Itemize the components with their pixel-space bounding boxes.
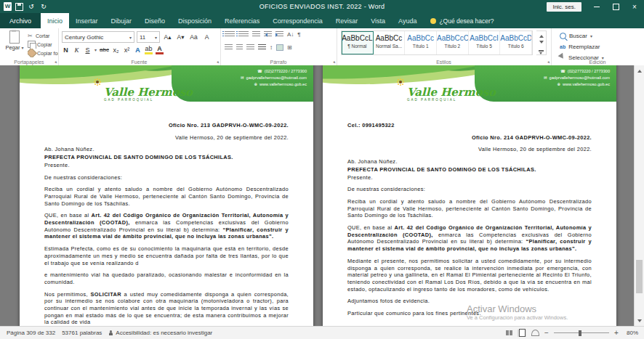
document-paragraph[interactable]: Cel.: 0991495322 bbox=[347, 122, 592, 129]
font-size-select[interactable]: 11 ▾ bbox=[137, 31, 160, 43]
gallery-down-button[interactable] bbox=[536, 39, 546, 47]
bullets-button[interactable] bbox=[225, 31, 235, 38]
document-paragraph[interactable]: Particular que comunico para los fines p… bbox=[347, 310, 592, 317]
sort-button[interactable]: A↓ bbox=[287, 31, 294, 38]
tab-dibujar[interactable]: Dibujar bbox=[105, 13, 139, 28]
tab-disposicion[interactable]: Disposición bbox=[172, 13, 218, 28]
tab-correspondencia[interactable]: Correspondencia bbox=[266, 13, 329, 28]
pilcrow-button[interactable]: ¶ bbox=[297, 31, 300, 38]
font-family-select[interactable]: Century Gothic ▾ bbox=[62, 31, 134, 43]
accessibility-status[interactable]: Accesibilidad: es necesario investigar bbox=[108, 330, 212, 336]
web-layout-button[interactable] bbox=[531, 330, 539, 337]
tab-vista[interactable]: Vista bbox=[364, 13, 392, 28]
subscript-button[interactable]: x₂ bbox=[112, 46, 120, 54]
document-paragraph[interactable]: Mediante el presente, nos permitimos sol… bbox=[347, 258, 592, 293]
cut-button[interactable]: ✂ Cortar bbox=[28, 31, 58, 40]
tab-referencias[interactable]: Referencias bbox=[218, 13, 266, 28]
align-center-button[interactable] bbox=[236, 44, 243, 51]
zoom-level[interactable]: 80% bbox=[624, 330, 638, 336]
document-paragraph[interactable]: Oficio Nro. 213 GADPRVH-O-WMC-09-2022. bbox=[44, 122, 289, 129]
document-paragraph[interactable]: PREFECTA PROVINCIAL DE SANTO DOMINGO DE … bbox=[44, 154, 289, 161]
document-paragraph[interactable]: e mantenimiento vial ha quedado paraliza… bbox=[44, 271, 289, 285]
style-titulo-5[interactable]: AaBbCcI Título 5 bbox=[469, 31, 501, 54]
paste-button[interactable]: Pegar ▾ bbox=[3, 30, 26, 58]
underline-button[interactable]: S bbox=[84, 46, 92, 54]
document-paragraph[interactable]: QUE, en base al Art. 42 del Código Orgán… bbox=[44, 212, 289, 240]
zoom-out-button[interactable]: − bbox=[544, 329, 550, 337]
justify-button[interactable] bbox=[258, 44, 266, 51]
document-paragraph[interactable]: Estimada Prefecta, como es de su conocim… bbox=[44, 245, 289, 266]
tab-ayuda[interactable]: Ayuda bbox=[392, 13, 423, 28]
undo-icon[interactable]: ↺ bbox=[26, 3, 36, 10]
italic-button[interactable]: K bbox=[73, 46, 81, 54]
bold-button[interactable]: N bbox=[62, 46, 70, 54]
document-paragraph[interactable]: Reciba un cordial y atento saludo a nomb… bbox=[347, 198, 592, 219]
document-paragraph[interactable]: De nuestras consideraciones: bbox=[44, 174, 289, 181]
sign-in-button[interactable]: Inic. ses. bbox=[547, 2, 581, 12]
minimize-button[interactable] bbox=[587, 0, 606, 13]
redo-icon[interactable]: ↻ bbox=[39, 3, 49, 10]
restore-button[interactable] bbox=[606, 0, 625, 13]
style-titulo-1[interactable]: AaBbCc Título 1 bbox=[405, 31, 437, 54]
superscript-button[interactable]: x² bbox=[123, 46, 131, 54]
document-paragraph[interactable]: De nuestras consideraciones: bbox=[347, 186, 592, 193]
style-normal[interactable]: AaBbCcL ¶ Normal bbox=[342, 31, 374, 54]
document-paragraph[interactable]: QUE, en base al Art. 42 del Código Orgán… bbox=[347, 224, 592, 253]
font-color-button[interactable]: A bbox=[156, 46, 164, 54]
tab-archivo[interactable]: Archivo bbox=[0, 13, 41, 28]
page-2-body[interactable]: Cel.: 0991495322Oficio Nro. 214 GADPRVH-… bbox=[347, 122, 592, 317]
page-indicator[interactable]: Página 309 de 332 bbox=[7, 330, 55, 336]
tab-diseno[interactable]: Diseño bbox=[138, 13, 172, 28]
document-paragraph[interactable]: Nos permitimos, SOLICITAR a usted muy co… bbox=[44, 291, 289, 327]
document-paragraph[interactable]: Ab. Johana Núñez. bbox=[44, 146, 289, 153]
document-paragraph[interactable]: Ab. Johana Núñez. bbox=[347, 158, 592, 166]
strikethrough-button[interactable]: abc bbox=[100, 46, 109, 53]
align-right-button[interactable] bbox=[246, 44, 254, 51]
text-effects-button[interactable]: A bbox=[134, 46, 142, 54]
shrink-font-button[interactable]: A▾ bbox=[175, 32, 186, 42]
save-icon[interactable] bbox=[14, 1, 24, 12]
print-layout-button[interactable] bbox=[518, 330, 526, 337]
document-paragraph[interactable]: Presente. bbox=[44, 162, 289, 169]
vertical-scrollbar[interactable] bbox=[634, 65, 644, 327]
align-left-button[interactable] bbox=[225, 44, 233, 51]
tab-revisar[interactable]: Revisar bbox=[329, 13, 365, 28]
zoom-slider[interactable] bbox=[554, 332, 609, 333]
gallery-up-button[interactable] bbox=[536, 31, 546, 39]
style-titulo-6[interactable]: AaBbCcDc Título 6 bbox=[500, 31, 532, 54]
tell-me-box[interactable]: ¿Qué desea hacer? bbox=[423, 13, 501, 28]
read-mode-button[interactable] bbox=[504, 330, 513, 337]
zoom-slider-thumb[interactable] bbox=[579, 330, 581, 336]
tab-inicio[interactable]: Inicio bbox=[41, 13, 69, 28]
document-paragraph[interactable]: Reciba un cordial y atento saludo a nomb… bbox=[44, 186, 289, 207]
document-paragraph[interactable]: Oficio Nro. 214 GADPRVH-O-WMC-09-2022. bbox=[347, 134, 592, 142]
document-paragraph[interactable]: PREFECTA PROVINCIAL DE SANTO DOMINGO DE … bbox=[347, 166, 592, 173]
copy-button[interactable]: Copiar bbox=[28, 40, 58, 49]
word-count[interactable]: 53761 palabras bbox=[62, 330, 102, 336]
chevron-down-icon[interactable]: ▾ bbox=[94, 47, 97, 52]
borders-button[interactable]: ⊞ bbox=[287, 44, 292, 51]
document-paragraph[interactable]: Presente. bbox=[347, 174, 592, 181]
find-button[interactable]: Buscar ▾ bbox=[560, 31, 592, 41]
scrollbar-thumb[interactable] bbox=[636, 260, 643, 293]
gallery-more-button[interactable] bbox=[536, 46, 546, 54]
highlight-color-button[interactable]: ab bbox=[145, 46, 153, 54]
zoom-in-button[interactable]: + bbox=[613, 329, 619, 337]
close-button[interactable]: × bbox=[625, 0, 644, 13]
line-spacing-button[interactable]: ↕ bbox=[270, 44, 273, 51]
document-paragraph[interactable]: Adjuntamos fotos de evidencia. bbox=[347, 298, 592, 305]
document-paragraph[interactable]: Valle Hermoso, 20 de septiembre del 2022… bbox=[347, 146, 592, 153]
style-titulo-2[interactable]: AaBbCcC Título 2 bbox=[437, 31, 469, 54]
document-page-2[interactable]: RUC : 1768172600001 ☎(02)2773220 / 27733… bbox=[323, 65, 616, 327]
document-paragraph[interactable]: Valle Hermoso, 20 de septiembre del 2022… bbox=[44, 134, 289, 142]
numbering-button[interactable] bbox=[238, 31, 249, 38]
word-app-icon[interactable]: W bbox=[4, 2, 12, 11]
grow-font-button[interactable]: A▴ bbox=[162, 32, 173, 42]
multilevel-list-button[interactable] bbox=[252, 31, 260, 38]
increase-indent-button[interactable] bbox=[275, 31, 283, 38]
style-sin-espaciado[interactable]: AaBbCc Normal Sa... bbox=[374, 31, 406, 54]
document-page-1[interactable]: RUC : 1768172600001 ☎(02)2773220 / 27733… bbox=[20, 65, 313, 327]
format-painter-button[interactable]: Copiar formato bbox=[28, 49, 58, 57]
tab-insertar[interactable]: Insertar bbox=[69, 13, 105, 28]
replace-button[interactable]: ab Reemplazar bbox=[560, 42, 600, 52]
